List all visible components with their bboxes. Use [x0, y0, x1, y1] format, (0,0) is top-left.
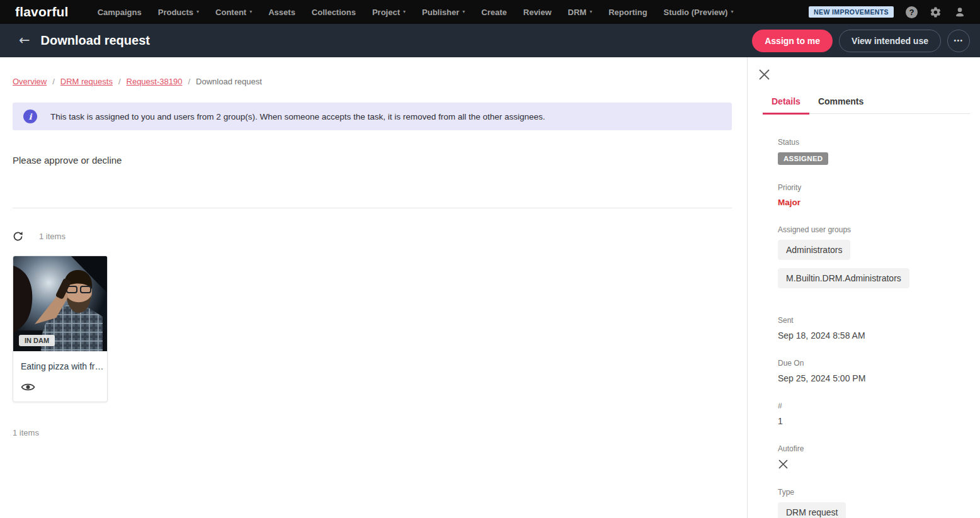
number-value: 1 — [778, 416, 965, 426]
app-logo[interactable]: flavorful — [15, 4, 69, 20]
due-on-value: Sep 25, 2024 5:00 PM — [778, 373, 965, 383]
main-column: Overview / DRM requests / Request-38190 … — [0, 57, 747, 518]
breadcrumb-separator: / — [118, 77, 121, 86]
asset-thumbnail: IN DAM — [13, 256, 107, 351]
eye-icon — [21, 382, 35, 392]
back-arrow-icon[interactable]: ← — [19, 34, 30, 47]
nav-menu: Campaigns Products▾ Content▾ Assets Coll… — [98, 8, 734, 17]
nav-item-reporting[interactable]: Reporting — [608, 8, 647, 17]
content-area: Overview / DRM requests / Request-38190 … — [0, 57, 980, 518]
autofire-false-icon — [778, 459, 789, 470]
breadcrumb-link-request[interactable]: Request-38190 — [127, 77, 183, 86]
more-options-button[interactable]: ••• — [947, 30, 970, 52]
field-number: # 1 — [778, 402, 965, 426]
type-chip: DRM request — [778, 502, 846, 518]
field-priority: Priority Major — [778, 183, 965, 207]
refresh-button[interactable] — [13, 231, 23, 242]
topnav-right-cluster: NEW IMPROVEMENTS ? — [809, 6, 966, 18]
header-actions: Assign to me View intended use ••• — [752, 30, 970, 52]
assign-to-me-button[interactable]: Assign to me — [752, 30, 833, 52]
field-label: Autofire — [778, 444, 965, 453]
user-group-chip: Administrators — [778, 240, 850, 260]
help-icon[interactable]: ? — [906, 6, 918, 18]
nav-item-collections[interactable]: Collections — [312, 8, 356, 17]
task-instruction: Please approve or decline — [13, 155, 732, 166]
field-label: Type — [778, 488, 965, 497]
nav-item-products[interactable]: Products▾ — [158, 8, 199, 17]
chevron-down-icon: ▾ — [462, 9, 465, 14]
field-label: Priority — [778, 183, 965, 192]
user-group-chip: M.Builtin.DRM.Administrators — [778, 268, 909, 288]
field-label: Status — [778, 138, 965, 147]
chevron-down-icon: ▾ — [403, 9, 406, 14]
ellipsis-icon: ••• — [954, 37, 963, 44]
panel-tabs: Details Comments — [763, 92, 970, 114]
nav-item-project[interactable]: Project▾ — [372, 8, 406, 17]
field-label: Sent — [778, 316, 965, 325]
field-label: # — [778, 402, 965, 410]
close-panel-button[interactable] — [758, 69, 770, 81]
sent-value: Sep 18, 2024 8:58 AM — [778, 330, 965, 341]
field-due-on: Due On Sep 25, 2024 5:00 PM — [778, 359, 965, 383]
breadcrumb-link-overview[interactable]: Overview — [13, 77, 47, 86]
top-navigation-bar: flavorful Campaigns Products▾ Content▾ A… — [0, 0, 980, 24]
status-badge: ASSIGNED — [778, 152, 828, 165]
items-count-bottom: 1 items — [13, 428, 732, 437]
field-label: Due On — [778, 359, 965, 368]
nav-item-drm[interactable]: DRM▾ — [568, 8, 593, 17]
asset-card[interactable]: IN DAM Eating pizza with fr… — [13, 256, 108, 402]
field-sent: Sent Sep 18, 2024 8:58 AM — [778, 316, 965, 341]
field-autofire: Autofire — [778, 444, 965, 470]
nav-item-create[interactable]: Create — [481, 8, 506, 17]
breadcrumb-current: Download request — [196, 77, 262, 86]
tab-comments[interactable]: Comments — [809, 92, 872, 115]
field-type: Type DRM request — [778, 488, 965, 518]
chevron-down-icon: ▾ — [197, 9, 199, 14]
nav-item-content[interactable]: Content▾ — [215, 8, 252, 17]
user-avatar-icon[interactable] — [954, 6, 966, 18]
page-title: Download request — [41, 33, 150, 48]
items-count-top: 1 items — [39, 232, 66, 241]
banner-text: This task is assigned to you and users f… — [50, 112, 545, 121]
details-fields: Status ASSIGNED Priority Major Assigned … — [748, 114, 980, 518]
page-header: ← Download request Assign to me View int… — [0, 24, 980, 57]
breadcrumb-link-drm-requests[interactable]: DRM requests — [60, 77, 113, 86]
preview-button[interactable] — [21, 382, 35, 392]
asset-title: Eating pizza with fr… — [13, 351, 107, 371]
chevron-down-icon: ▾ — [731, 9, 733, 14]
priority-value: Major — [778, 198, 965, 207]
nav-item-studio-preview[interactable]: Studio (Preview)▾ — [664, 8, 734, 17]
task-info-banner: i This task is assigned to you and users… — [13, 103, 732, 130]
field-label: Assigned user groups — [778, 225, 965, 234]
gear-icon[interactable] — [930, 6, 942, 18]
view-intended-use-button[interactable]: View intended use — [839, 30, 941, 52]
info-icon: i — [23, 110, 37, 123]
field-status: Status ASSIGNED — [778, 138, 965, 165]
chevron-down-icon: ▾ — [590, 9, 592, 14]
breadcrumb: Overview / DRM requests / Request-38190 … — [13, 77, 732, 86]
breadcrumb-separator: / — [52, 77, 55, 86]
tab-details[interactable]: Details — [763, 92, 809, 115]
breadcrumb-separator: / — [188, 77, 190, 86]
field-assigned-user-groups: Assigned user groups Administrators M.Bu… — [778, 225, 965, 288]
section-divider — [13, 208, 732, 208]
refresh-icon — [13, 231, 23, 242]
nav-item-campaigns[interactable]: Campaigns — [98, 8, 142, 17]
nav-item-assets[interactable]: Assets — [268, 8, 295, 17]
close-icon — [758, 69, 770, 81]
details-panel: Details Comments Status ASSIGNED Priorit… — [747, 57, 980, 518]
in-dam-badge: IN DAM — [19, 335, 55, 346]
new-improvements-badge[interactable]: NEW IMPROVEMENTS — [809, 6, 894, 18]
nav-item-review[interactable]: Review — [523, 8, 552, 17]
chevron-down-icon: ▾ — [249, 9, 252, 14]
nav-item-publisher[interactable]: Publisher▾ — [422, 8, 465, 17]
items-toolbar: 1 items — [13, 231, 732, 242]
